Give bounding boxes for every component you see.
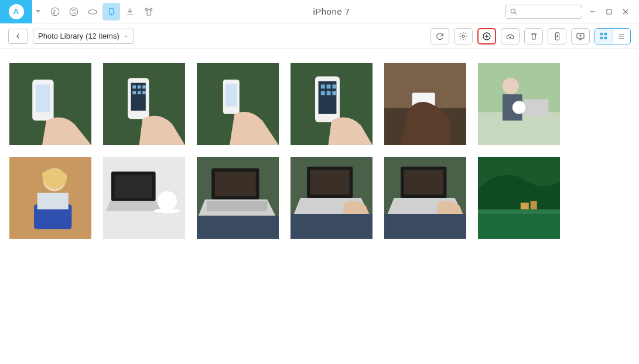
search-icon — [510, 8, 518, 16]
to-cloud-button[interactable] — [501, 28, 520, 44]
back-button[interactable] — [8, 29, 28, 44]
svg-rect-64 — [310, 170, 350, 194]
svg-rect-26 — [142, 91, 146, 95]
cloud-icon[interactable] — [84, 3, 101, 20]
svg-rect-38 — [332, 91, 336, 95]
cloud-up-icon — [504, 32, 516, 41]
device-icon[interactable] — [102, 3, 120, 20]
svg-point-5 — [511, 9, 515, 13]
photo-thumb[interactable] — [291, 63, 373, 145]
photo-thumb[interactable] — [9, 63, 91, 145]
svg-rect-12 — [604, 33, 607, 35]
svg-rect-29 — [225, 84, 237, 107]
chevron-left-icon — [15, 33, 22, 40]
svg-rect-68 — [404, 170, 443, 194]
svg-rect-35 — [332, 84, 336, 88]
caret-down-icon — [36, 10, 40, 13]
svg-rect-54 — [115, 175, 152, 198]
add-button[interactable] — [477, 28, 496, 44]
svg-rect-33 — [321, 84, 325, 88]
svg-rect-60 — [207, 201, 268, 211]
svg-rect-61 — [197, 216, 279, 239]
svg-point-1 — [53, 12, 54, 13]
svg-rect-51 — [37, 193, 69, 210]
svg-rect-34 — [327, 84, 331, 88]
svg-rect-24 — [132, 91, 136, 95]
svg-rect-74 — [531, 201, 537, 210]
plus-circle-icon — [481, 31, 492, 42]
svg-rect-17 — [36, 84, 50, 112]
svg-rect-72 — [478, 214, 560, 239]
svg-point-2 — [70, 8, 78, 16]
photo-thumb[interactable] — [103, 157, 185, 239]
chevron-down-icon — [123, 33, 129, 39]
refresh-button[interactable] — [430, 28, 449, 44]
grid-icon — [599, 32, 608, 40]
refresh-icon — [435, 32, 445, 41]
svg-rect-23 — [142, 85, 146, 89]
music-icon[interactable] — [46, 3, 64, 20]
app-logo-letter: A — [9, 4, 24, 19]
topnav — [46, 3, 158, 20]
to-device-button[interactable] — [548, 28, 566, 44]
svg-rect-37 — [327, 91, 331, 95]
svg-point-7 — [462, 35, 464, 37]
app-logo[interactable]: A — [0, 0, 32, 23]
app-menu-caret[interactable] — [32, 0, 42, 23]
svg-point-44 — [503, 78, 519, 94]
svg-point-55 — [157, 191, 177, 211]
svg-point-56 — [154, 208, 180, 213]
svg-rect-69 — [384, 214, 466, 239]
photo-thumb[interactable] — [103, 63, 185, 145]
svg-rect-25 — [138, 91, 141, 95]
photo-thumb[interactable] — [478, 63, 560, 145]
svg-rect-6 — [607, 9, 611, 14]
svg-rect-13 — [600, 37, 603, 39]
list-view-button[interactable] — [613, 29, 630, 44]
svg-rect-36 — [321, 91, 325, 95]
svg-rect-14 — [604, 37, 607, 39]
svg-point-4 — [111, 13, 111, 14]
trash-icon — [529, 32, 538, 41]
minimize-button[interactable] — [586, 5, 599, 18]
to-device-icon — [553, 31, 562, 42]
close-button[interactable] — [619, 5, 632, 18]
svg-point-47 — [512, 101, 525, 114]
settings-button[interactable] — [454, 28, 473, 44]
breadcrumb-label: Photo Library (12 items) — [38, 32, 119, 40]
svg-rect-65 — [291, 214, 373, 239]
breadcrumb-select[interactable]: Photo Library (12 items) — [33, 29, 134, 44]
photo-thumb[interactable] — [197, 157, 279, 239]
photo-thumb[interactable] — [384, 63, 466, 145]
grid-view-button[interactable] — [595, 29, 613, 44]
svg-point-0 — [51, 8, 59, 16]
gear-icon — [459, 32, 468, 41]
delete-button[interactable] — [524, 28, 543, 44]
svg-rect-59 — [215, 171, 256, 196]
photo-thumb[interactable] — [291, 157, 373, 239]
list-icon — [617, 32, 626, 40]
sync-icon[interactable] — [65, 3, 83, 20]
photo-thumb[interactable] — [197, 63, 279, 145]
photo-thumb[interactable] — [384, 157, 466, 239]
search-input[interactable] — [505, 5, 582, 19]
svg-rect-11 — [600, 33, 603, 35]
tshirt-icon[interactable] — [140, 3, 158, 20]
toolbar: Photo Library (12 items) — [0, 23, 639, 49]
window-controls — [586, 5, 632, 18]
svg-rect-73 — [521, 202, 529, 209]
photo-thumb[interactable] — [478, 157, 560, 239]
titlebar: A iPhone 7 — [0, 0, 639, 23]
to-pc-button[interactable] — [571, 28, 590, 44]
svg-rect-22 — [138, 85, 141, 89]
svg-rect-46 — [524, 99, 548, 116]
photo-thumb[interactable] — [9, 157, 91, 239]
download-icon[interactable] — [121, 3, 139, 20]
svg-rect-21 — [132, 85, 136, 89]
window-title: iPhone 7 — [158, 6, 505, 16]
to-pc-icon — [575, 32, 586, 41]
maximize-button[interactable] — [603, 5, 616, 18]
photo-grid — [0, 49, 639, 364]
view-toggle — [594, 28, 631, 44]
